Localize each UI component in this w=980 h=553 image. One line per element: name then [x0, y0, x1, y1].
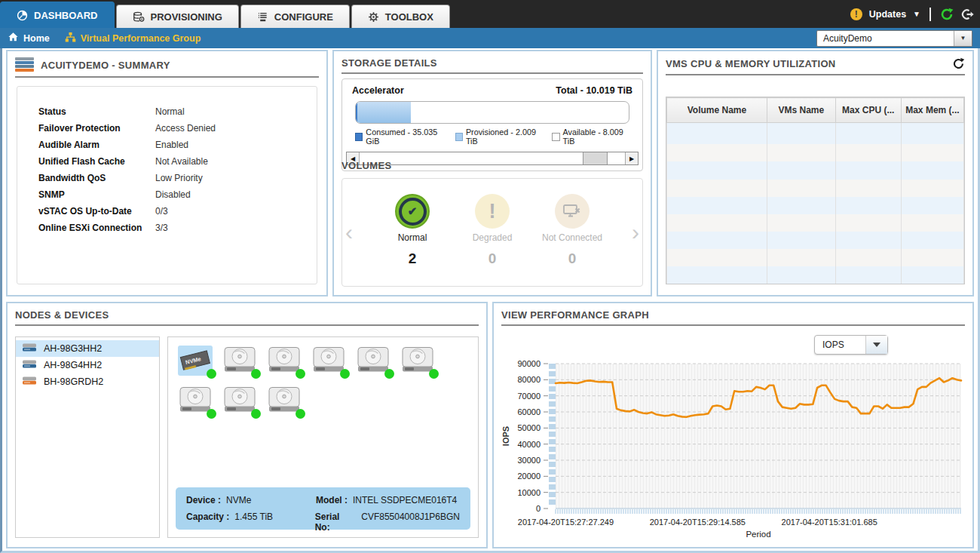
table-row [667, 123, 964, 145]
device-hdd-icon[interactable] [222, 386, 257, 416]
metric-dropdown[interactable]: IOPS [814, 335, 888, 355]
node-item-ah-98g4hh2[interactable]: AH-98G4HH2 [16, 357, 159, 373]
vms-cell [901, 214, 963, 232]
svg-text:2017-04-20T15:29:14.585: 2017-04-20T15:29:14.585 [650, 518, 746, 527]
tab-configure[interactable]: CONFIGURE [240, 5, 350, 28]
volume-status-not-connected: Not Connected0 [541, 194, 603, 267]
vms-column-header[interactable]: Max CPU (... [835, 98, 901, 123]
tier-name: Accelerator [352, 85, 404, 96]
field-label: Bandwidth QoS [38, 173, 155, 183]
metric-dropdown-value: IOPS [815, 339, 865, 350]
server-node-icon [22, 376, 37, 388]
legend-swatch [552, 133, 559, 141]
device-hdd-icon[interactable] [400, 346, 435, 376]
device-status-dot [429, 369, 439, 379]
svg-text:2017-04-20T15:31:01.685: 2017-04-20T15:31:01.685 [782, 518, 877, 527]
vms-cell [901, 161, 963, 179]
device-hdd-icon[interactable] [267, 346, 302, 376]
device-status-dot [296, 369, 305, 379]
legend-item: Provisioned - 2.009 TiB [455, 127, 544, 146]
divider [929, 8, 931, 21]
scrollbar-thumb[interactable] [583, 152, 608, 164]
node-item-ah-98g3hh2[interactable]: AH-98G3HH2 [16, 340, 159, 357]
vms-column-header[interactable]: Volume Name [667, 98, 767, 123]
storage-panel-title: STORAGE DETAILS [341, 57, 437, 69]
serial-value: CVF85504008J1P6BGN [361, 512, 460, 533]
group-selector[interactable]: AcuityDemo ▼ [816, 30, 972, 47]
device-nvme-icon[interactable]: NVMe [178, 346, 213, 376]
table-row [667, 249, 964, 266]
svg-text:Period: Period [746, 530, 770, 539]
dashboard-icon [17, 10, 28, 21]
device-hdd-icon[interactable] [222, 346, 257, 376]
scrollbar-track[interactable] [360, 152, 625, 164]
device-hdd-icon[interactable] [311, 346, 346, 376]
device-hdd-icon[interactable] [267, 386, 302, 416]
vms-column-header[interactable]: Max Mem (... [901, 98, 963, 123]
volumes-next-chevron[interactable]: › [632, 221, 639, 244]
vms-cell [667, 144, 767, 161]
refresh-icon[interactable] [940, 8, 954, 21]
home-icon [8, 32, 19, 45]
group-tree-icon [65, 32, 76, 45]
device-value: NVMe [226, 495, 251, 505]
chevron-down-icon[interactable]: ▼ [913, 10, 920, 18]
svg-text:20000: 20000 [517, 472, 541, 481]
tab-provisioning[interactable]: PROVISIONING [116, 5, 239, 28]
breadcrumb-virtual-performance-group[interactable]: Virtual Performance Group [65, 32, 201, 45]
vms-cell [667, 123, 767, 145]
svg-text:2017-04-20T15:27:27.249: 2017-04-20T15:27:27.249 [518, 518, 614, 527]
server-node-icon [22, 343, 37, 355]
tab-dashboard[interactable]: DASHBOARD [0, 2, 115, 28]
table-row [667, 197, 964, 214]
model-value: INTEL SSDPECME016T4 [353, 495, 457, 505]
svg-text:10000: 10000 [517, 488, 541, 497]
breadcrumb-group-label: Virtual Performance Group [81, 33, 201, 44]
device-hdd-icon[interactable] [178, 386, 213, 416]
volume-status-count: 0 [541, 250, 603, 267]
group-selector-value: AcuityDemo [817, 33, 954, 44]
breadcrumb-home[interactable]: Home [8, 32, 50, 45]
svg-text:80000: 80000 [517, 375, 541, 384]
device-status-dot [296, 409, 305, 419]
updates-alert-icon[interactable]: ! [850, 8, 862, 20]
vms-cell [667, 249, 767, 266]
summary-field-status: StatusNormal [38, 106, 311, 117]
svg-text:30000: 30000 [517, 456, 541, 465]
metric-dropdown-arrow[interactable] [865, 336, 887, 354]
table-row [667, 214, 964, 232]
volumes-prev-chevron[interactable]: ‹ [345, 221, 353, 244]
graph-panel-header: VIEW PERFORMANCE GRAPH [501, 309, 965, 326]
not-connected-icon [555, 194, 590, 229]
storage-panel-header: STORAGE DETAILS [341, 57, 643, 74]
vms-cell [767, 144, 835, 161]
graph-panel-title: VIEW PERFORMANCE GRAPH [501, 309, 649, 321]
vms-column-header[interactable]: VMs Name [767, 98, 835, 123]
summary-field-unified-flash-cache: Unified Flash CacheNot Available [38, 156, 311, 167]
volumes-title: VOLUMES [341, 160, 391, 171]
vms-refresh-icon[interactable] [952, 57, 965, 70]
nodes-devices-panel: NODES & DEVICES AH-98G3HH2AH-98G4HH2BH-9… [6, 302, 488, 548]
vms-cell [835, 197, 901, 214]
updates-label[interactable]: Updates [869, 9, 906, 20]
degraded-icon: ! [475, 194, 510, 229]
vms-cell [901, 123, 963, 145]
storage-tier-head: Accelerator Total - 10.019 TiB [345, 85, 639, 96]
appliance-stack-icon [15, 57, 34, 72]
vms-cell [835, 161, 901, 179]
logout-icon[interactable] [960, 8, 974, 21]
scroll-right-arrow-icon[interactable]: ▶ [625, 152, 638, 164]
normal-icon: ✔ [395, 194, 430, 229]
volume-status-normal: ✔Normal2 [381, 194, 443, 267]
top-nav-bar: DASHBOARDPROVISIONINGCONFIGURETOOLBOX ! … [0, 0, 980, 28]
capacity-provisioned-segment [357, 102, 411, 123]
field-label: SNMP [38, 189, 155, 200]
node-name: BH-98GRDH2 [44, 376, 103, 387]
device-hdd-icon[interactable] [356, 346, 390, 376]
group-selector-arrow[interactable]: ▼ [954, 31, 972, 46]
tab-toolbox[interactable]: TOOLBOX [351, 5, 450, 28]
device-status-dot [251, 409, 261, 419]
vms-panel-header: VMS CPU & MEMORY UTILIZATION [666, 57, 965, 75]
volume-status-degraded: !Degraded0 [461, 194, 523, 267]
node-item-bh-98grdh2[interactable]: BH-98GRDH2 [16, 373, 159, 390]
